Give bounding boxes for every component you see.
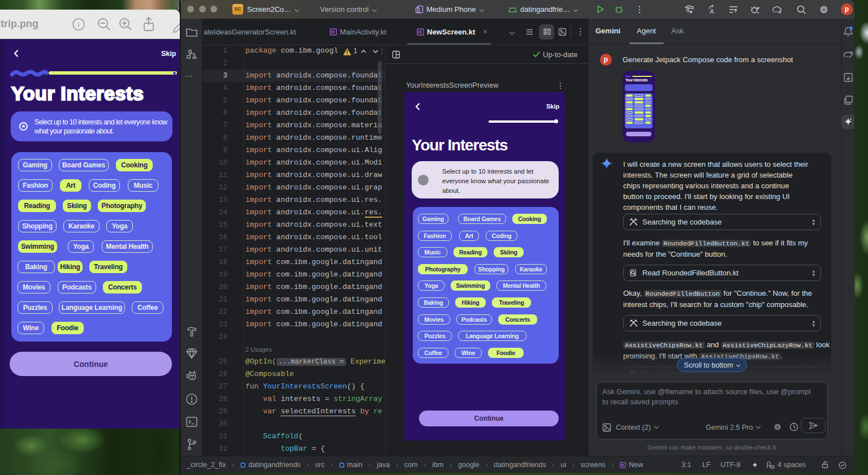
svg-text:i: i bbox=[77, 20, 80, 29]
svg-text:A: A bbox=[710, 8, 714, 15]
